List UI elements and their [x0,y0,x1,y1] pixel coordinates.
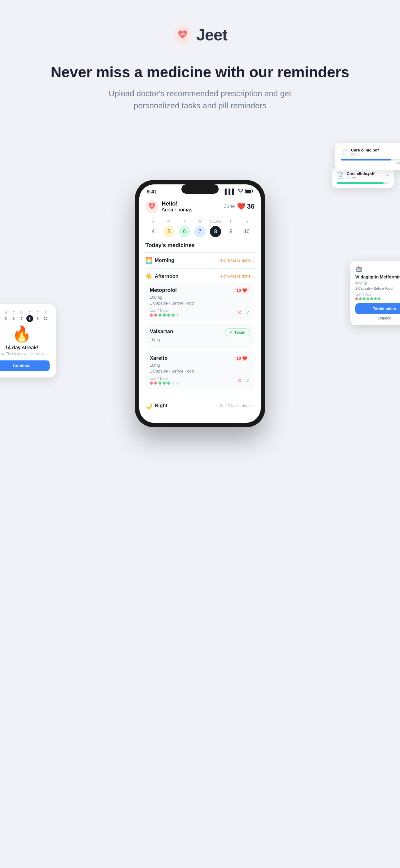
vilda-instruction: 1 Capsule • Before Food [355,286,400,290]
metoprolol-name: Metoprolol [150,287,177,293]
m-dot-7 [176,314,179,317]
streak-cal-h-t2: T [26,310,34,315]
main-subheadline: Upload doctor's recommended prescription… [92,88,308,112]
night-text: Night [155,403,167,408]
upload-file-size-1: 25 mb [351,152,398,156]
cal-day-4[interactable]: 4 [147,226,159,237]
cal-h-s2: S [239,218,255,225]
flame-container: 🔥 [0,325,49,343]
upload-close-2[interactable]: × [386,173,389,178]
metoprolol-skip-button[interactable]: ✕ [237,309,242,316]
cal-h-today: TODAY [208,218,223,225]
upload-card-2: 📄 Care clinic.pdf 35 mb × [332,168,394,188]
health-score-num: 36 [247,203,255,211]
metoprolol-score: 10 [237,288,241,293]
xarelto-name: Xarelto [150,355,168,361]
streak-cal-h-f: F [34,310,42,315]
upload-file-name-1: Care clinic.pdf [351,148,398,152]
app-logo-small [145,200,159,213]
brand-name: Jeet [196,26,227,44]
m-dot-2 [154,314,157,317]
health-score-section: June ❤️ 36 [224,203,255,211]
month-label: June [224,204,235,209]
morning-section-header[interactable]: 🌅 Morning 4 of 6 tasks done › [145,257,255,264]
x-dot-4 [163,381,166,385]
streak-cal-h-w: W [18,310,26,315]
valsartan-name: Valsartan [150,329,173,335]
calendar-headers: S M T W TODAY F S [145,218,255,225]
calendar-days: 4 5 6 7 8 9 10 [145,226,255,237]
vilda-tracker-label: Last 3 Days [355,293,400,296]
valsartan-item: Valsartan ✓ Taken 10mg [145,324,255,348]
vilda-name: Vildagliptin Metformin [355,274,400,279]
morning-tasks: 4 of 6 tasks done [220,258,251,262]
vilda-dot-7 [378,298,380,300]
upload-file-name-2: Care clinic.pdf [347,172,383,176]
file-icon-1: 📄 [341,148,348,155]
cal-day-9[interactable]: 9 [226,226,237,237]
night-tasks: 0 of 2 tasks done [220,403,251,408]
valsartan-taken-badge: ✓ Taken [225,329,250,336]
phone-mockup: 9:41 ▌▌▌ [135,180,265,427]
metoprolol-tracker: Last 7 Days [150,309,250,317]
progress-pct-1: 80% [341,161,400,165]
x-dot-2 [154,381,157,385]
m-dot-5 [167,314,170,317]
x-dot-7 [176,381,179,385]
cal-h-w: W [192,218,208,225]
battery-icon [245,189,253,195]
cal-h-f: F [223,218,239,225]
metoprolol-heart-icon: ❤️ [242,288,247,293]
file-icon-2: 📄 [337,172,343,179]
night-label: 🌙 Night [145,402,167,409]
cal-day-10[interactable]: 10 [241,226,253,237]
vilda-dots [355,298,400,300]
xarelto-badge: 10 ❤️ [233,355,250,362]
upload-card-1: 📄 Care clinic.pdf 25 mb × 80% [335,143,400,170]
cal-day-7[interactable]: 7 [194,226,206,237]
night-section-header[interactable]: 🌙 Night 0 of 2 tasks done › [145,402,255,409]
tablet-taken-button[interactable]: Tablet taken [355,303,400,314]
afternoon-chevron-icon: › [253,274,255,279]
xarelto-skip-button[interactable]: ✕ [237,377,242,384]
vilda-dot-3 [363,298,366,300]
continue-button[interactable]: Continue [0,361,49,371]
status-time: 9:41 [147,189,157,195]
progress-fill-2 [337,182,384,184]
metoprolol-take-button[interactable]: ✓ [245,309,250,316]
xarelto-dosage: 10mg [150,363,250,368]
app-topbar: Hello! Anna Thomas June ❤️ 36 [145,197,255,218]
afternoon-icon: ☀️ [145,273,152,280]
xarelto-item: Xarelto 10 ❤️ 10mg 1 Capsule • Before Fo… [145,351,255,389]
jeet-logo-icon [173,25,193,45]
afternoon-section-header[interactable]: ☀️ Afternoon 4 of 6 tasks done › [145,273,255,280]
xarelto-dots [150,381,179,385]
phone-screen: 9:41 ▌▌▌ [139,184,261,423]
x-dot-1 [150,381,153,385]
cal-day-5[interactable]: 5 [163,226,174,237]
flame-icon: 🔥 [12,326,31,343]
metoprolol-dosage: 100mg [150,295,250,300]
streak-day-4: 4 [0,315,1,322]
vilda-icon: 🏥 [355,266,362,273]
cal-day-6[interactable]: 6 [179,226,190,237]
xarelto-tracker-label: Last 7 Days [150,377,179,380]
metoprolol-item: Metoprolol 10 ❤️ 100mg 1 Capsule • Befor… [145,283,255,321]
streak-mini-calendar: S M T W T F S 4 5 6 7 8 9 10 [0,310,49,322]
x-dot-3 [159,381,162,385]
app-content: Hello! Anna Thomas June ❤️ 36 S [139,197,261,423]
streak-cal-h-m: M [2,310,10,315]
morning-text: Morning [155,258,174,263]
afternoon-section: ☀️ Afternoon 4 of 6 tasks done › Met [145,268,255,397]
taken-label: Taken [234,330,245,335]
phone-notch [181,184,219,194]
health-heart-icon: ❤️ [237,203,245,211]
cal-day-8-today[interactable]: 8 [210,226,221,237]
afternoon-tasks: 4 of 6 tasks done [220,274,251,278]
afternoon-label: ☀️ Afternoon [145,273,178,280]
morning-chevron-icon: › [253,258,255,263]
xarelto-take-button[interactable]: ✓ [245,377,250,384]
xarelto-actions: ✕ ✓ [237,377,250,384]
logo-container: Jeet [6,25,394,45]
streak-day-6: 6 [10,315,17,322]
